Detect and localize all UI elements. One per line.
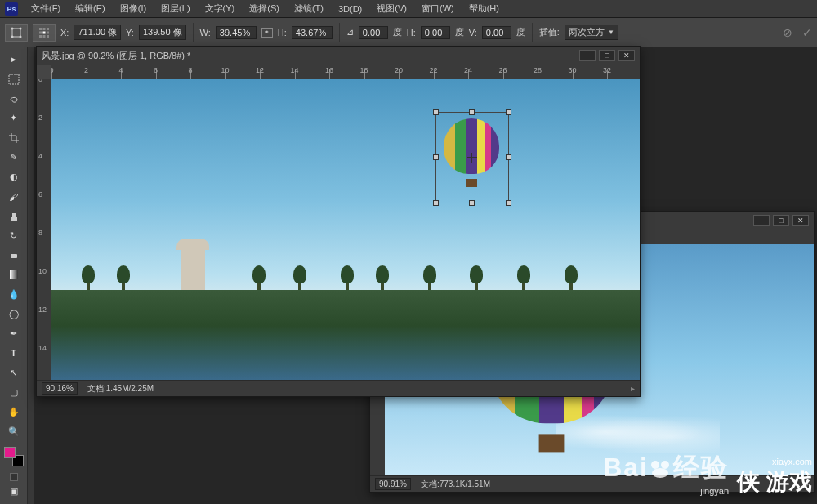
menu-window[interactable]: 窗口(W) <box>415 1 461 16</box>
h2-field[interactable]: 0.00 <box>421 26 450 39</box>
screen-mode-icon[interactable]: ▣ <box>5 483 23 501</box>
scroll-arrow-icon[interactable]: ▸ <box>631 384 635 393</box>
svg-point-2 <box>20 27 22 29</box>
separator <box>339 23 340 42</box>
minimize-button[interactable]: — <box>753 215 770 226</box>
hand-tool[interactable]: ✋ <box>5 403 23 421</box>
menu-select[interactable]: 选择(S) <box>243 1 286 16</box>
svg-rect-7 <box>47 28 49 30</box>
svg-rect-15 <box>11 217 17 221</box>
zoom-tool[interactable]: 🔍 <box>5 422 23 440</box>
v-unit: 度 <box>516 26 525 38</box>
svg-rect-16 <box>12 213 16 217</box>
path-select-tool[interactable]: ↖ <box>5 364 23 381</box>
handle-mid-left[interactable] <box>433 154 439 160</box>
y-label: Y: <box>126 28 134 38</box>
h2-unit: 度 <box>455 26 464 38</box>
menu-view[interactable]: 视图(V) <box>370 1 413 16</box>
svg-rect-0 <box>12 29 20 37</box>
doc1-status-bar: 90.16% 文档:1.45M/2.25M ▸ <box>37 380 640 396</box>
reference-point-icon[interactable] <box>33 24 56 42</box>
doc1-ruler-h[interactable]: 02468101214161820222426283032 <box>51 65 640 79</box>
menu-file[interactable]: 文件(F) <box>25 1 67 16</box>
doc1-ruler-v[interactable]: 02468101214 <box>37 79 51 380</box>
ps-logo-icon: Ps <box>5 2 18 16</box>
pen-tool[interactable]: ✒ <box>5 324 23 342</box>
svg-rect-13 <box>47 35 49 38</box>
healing-tool[interactable]: ◐ <box>5 168 23 186</box>
maximize-button[interactable]: □ <box>599 50 615 61</box>
maximize-button[interactable]: □ <box>773 215 789 226</box>
doc1-zoom[interactable]: 90.16% <box>42 382 78 395</box>
options-bar: X: 711.00 像 Y: 139.50 像 W: 39.45% ⚭ H: 4… <box>0 18 817 47</box>
handle-mid-right[interactable] <box>506 154 511 160</box>
menu-type[interactable]: 文字(Y) <box>199 1 242 16</box>
crop-tool[interactable] <box>5 129 23 147</box>
transform-center-point[interactable] <box>467 153 477 163</box>
move-tool[interactable]: ▸ <box>5 51 23 69</box>
commit-transform-icon[interactable]: ✓ <box>802 26 812 39</box>
menu-image[interactable]: 图像(I) <box>114 1 153 16</box>
interp-dropdown[interactable]: 两次立方▼ <box>565 25 618 40</box>
main-area: ▸ ✦ ✎ ◐ 🖌 ↻ 💧 ◯ ✒ T ↖ ▢ ✋ 🔍 ▣ <box>0 47 817 504</box>
doc1-status-label: 文档: <box>87 384 106 393</box>
type-tool[interactable]: T <box>5 344 23 362</box>
doc2-zoom[interactable]: 90.91% <box>375 478 411 490</box>
menu-filter[interactable]: 滤镜(T) <box>288 1 330 16</box>
blur-tool[interactable]: 💧 <box>5 285 23 303</box>
svg-rect-12 <box>43 35 46 38</box>
h-field[interactable]: 43.67% <box>292 26 333 39</box>
water-tower <box>181 247 205 296</box>
svg-rect-5 <box>39 28 42 30</box>
shape-tool[interactable]: ▢ <box>5 383 23 401</box>
cancel-transform-icon[interactable]: ⊘ <box>783 26 792 39</box>
eraser-tool[interactable] <box>5 247 23 265</box>
doc1-titlebar[interactable]: 风景.jpg @ 90.2% (图层 1, RGB/8#) * — □ ✕ <box>37 47 640 65</box>
handle-bottom-right[interactable] <box>506 200 511 206</box>
dodge-tool[interactable]: ◯ <box>5 305 23 323</box>
eyedropper-tool[interactable]: ✎ <box>5 149 23 167</box>
svg-rect-14 <box>9 74 19 84</box>
svg-point-21 <box>652 468 668 478</box>
v-field[interactable]: 0.00 <box>482 26 511 39</box>
menu-help[interactable]: 帮助(H) <box>462 1 506 16</box>
svg-point-19 <box>651 461 659 469</box>
handle-bottom-left[interactable] <box>433 200 439 206</box>
stamp-tool[interactable] <box>5 207 23 225</box>
wand-tool[interactable]: ✦ <box>5 109 23 127</box>
foreground-swatch[interactable] <box>4 447 16 458</box>
x-field[interactable]: 711.00 像 <box>74 25 121 40</box>
svg-rect-10 <box>47 31 49 33</box>
doc2-status-value: 773.1K/1.51M <box>440 479 490 488</box>
standard-mode-icon[interactable] <box>10 473 18 481</box>
minimize-button[interactable]: — <box>579 50 596 61</box>
marquee-tool[interactable] <box>5 70 23 88</box>
w-field[interactable]: 39.45% <box>216 26 257 39</box>
y-field[interactable]: 139.50 像 <box>139 25 186 40</box>
gradient-tool[interactable] <box>5 265 23 283</box>
handle-bottom-center[interactable] <box>469 200 475 206</box>
doc1-canvas[interactable] <box>51 79 640 380</box>
svg-point-1 <box>11 27 14 29</box>
handle-top-left[interactable] <box>433 109 439 115</box>
handle-top-center[interactable] <box>469 109 475 115</box>
menu-edit[interactable]: 编辑(E) <box>69 1 112 16</box>
landscape-foreground <box>51 290 640 380</box>
handle-top-right[interactable] <box>506 109 511 115</box>
link-wh-icon[interactable]: ⚭ <box>261 28 273 38</box>
svg-rect-8 <box>39 31 42 33</box>
menu-3d[interactable]: 3D(D) <box>332 2 368 16</box>
history-brush-tool[interactable]: ↻ <box>5 227 23 245</box>
lasso-tool[interactable] <box>5 90 23 108</box>
brush-tool[interactable]: 🖌 <box>5 188 23 206</box>
angle-field[interactable]: 0.00 <box>359 26 388 39</box>
chevron-down-icon: ▼ <box>608 29 614 36</box>
document-window-1[interactable]: 风景.jpg @ 90.2% (图层 1, RGB/8#) * — □ ✕ 02… <box>36 46 641 397</box>
close-button[interactable]: ✕ <box>792 215 809 226</box>
color-swatches[interactable] <box>4 447 24 466</box>
transform-bounding-box[interactable] <box>435 112 509 203</box>
close-button[interactable]: ✕ <box>618 50 635 61</box>
menu-layer[interactable]: 图层(L) <box>154 1 196 16</box>
transform-tool-icon[interactable] <box>5 24 28 42</box>
edit-modes <box>10 473 18 481</box>
